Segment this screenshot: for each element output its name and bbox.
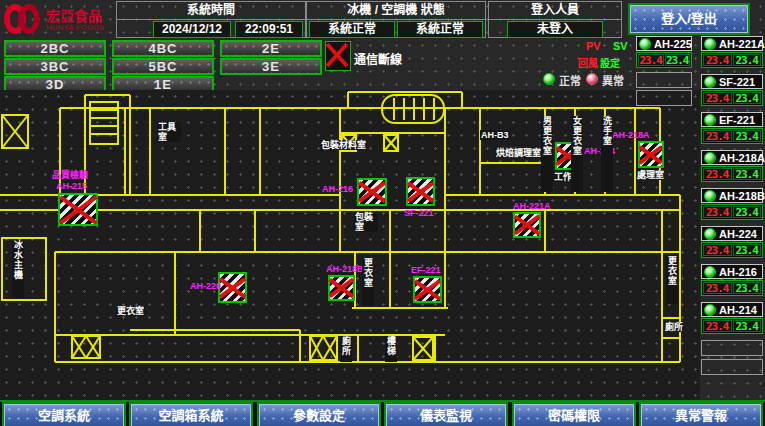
fan-marker-ef221[interactable]: [413, 276, 442, 303]
nav-button-2bc[interactable]: 2BC: [4, 40, 106, 57]
device-card-ah216[interactable]: AH-216: [701, 264, 763, 279]
ahu-marker-215[interactable]: [58, 193, 98, 226]
device-card-ah214[interactable]: AH-214: [701, 302, 763, 317]
device-ah214-lamp-icon: [704, 304, 716, 316]
floor-plan: 品質檢驗 AH-215 AH-216 SF-221 AH-214 AH-218A…: [0, 90, 700, 400]
room-label-v1: 男更衣室: [541, 116, 553, 192]
device-ah225-lamp-icon: [639, 38, 651, 50]
fan-marker-sf221[interactable]: [406, 177, 435, 206]
room-label-v2: 女更衣室: [571, 116, 583, 192]
room-label-toilet: 廁所: [340, 336, 352, 362]
room-label-locker-a: 更衣室: [362, 258, 374, 306]
ahu-marker-218b[interactable]: [328, 275, 355, 301]
device-ah225-pv: 23.4: [638, 54, 664, 66]
device-ah214-name: AH-214: [719, 304, 757, 316]
device-ah218b-values: 23.4 23.4: [701, 204, 763, 220]
login-logout-button[interactable]: 登入/登出: [630, 5, 748, 33]
device-ah214-values: 23.4 23.4: [701, 318, 763, 334]
device-slot-empty-1: [636, 72, 692, 88]
brand-logo: 宏亞食品 HUNYA FOODS: [4, 2, 114, 36]
room-label-pack-material: 包裝材料室: [320, 140, 367, 150]
header-bar: 宏亞食品 HUNYA FOODS 系統時間 2024/12/12 22:09:5…: [0, 0, 765, 38]
device-ef221-name: EF-221: [719, 114, 755, 126]
marker-218b-label: AH-218B: [326, 264, 364, 274]
brand-sub: HUNYA FOODS: [46, 23, 104, 32]
device-ef221-values: 23.4 23.4: [701, 128, 763, 144]
login-status-value: 未登入: [507, 21, 603, 38]
device-ah214-sv: 23.4: [733, 320, 762, 332]
device-ah216-name: AH-216: [719, 266, 757, 278]
device-ah224-pv: 23.4: [703, 244, 732, 256]
footer-bar: 空調系統 空調箱系統 參數設定 儀表監視 密碼權限 異常警報: [0, 400, 765, 426]
footer-button-hvac-system[interactable]: 空調系統: [4, 404, 124, 426]
ahu-marker-218a[interactable]: [638, 141, 664, 168]
marker-221a-label: AH-221A: [513, 201, 551, 211]
footer-button-param-settings[interactable]: 參數設定: [259, 404, 379, 426]
device-ah218a-name: AH-218A: [719, 152, 765, 164]
device-card-ah225[interactable]: AH-225: [636, 36, 692, 51]
device-ef221-pv: 23.4: [703, 130, 732, 142]
device-ah225-sv: 23.4: [665, 54, 691, 66]
device-ah216-pv: 23.4: [703, 282, 732, 294]
device-ah224-values: 23.4 23.4: [701, 242, 763, 258]
nav-button-2e[interactable]: 2E: [220, 40, 322, 57]
legend-normal-lamp-icon: [543, 73, 555, 85]
ahu-marker-221a[interactable]: [513, 212, 541, 238]
room-label-v3: 洗手室: [601, 116, 613, 192]
room-label-locker-c: 更衣室: [666, 256, 678, 304]
ahu-marker-216[interactable]: [357, 178, 387, 206]
machine-status-label: 冰機 / 空調機 狀態: [307, 2, 485, 20]
device-sf221-sv: 23.4: [733, 92, 762, 104]
device-ah218b-name: AH-218B: [719, 190, 765, 202]
device-sf221-name: SF-221: [719, 76, 755, 88]
device-ah216-sv: 23.4: [733, 282, 762, 294]
device-ah221a-values: 23.4 23.4: [701, 52, 763, 68]
room-label-chiller: 冰水主機: [12, 240, 24, 298]
marker-sf221-label: SF-221: [404, 208, 434, 218]
room-label-locker-b: 更衣室: [116, 306, 145, 316]
legend-abnormal-lamp-icon: [586, 73, 598, 85]
login-label: 登入人員: [489, 2, 621, 20]
device-ah221a-sv: 23.4: [733, 54, 762, 66]
footer-button-alarm[interactable]: 異常警報: [641, 404, 761, 426]
footer-button-meter-monitor[interactable]: 儀表監視: [386, 404, 506, 426]
chiller-status-value: 系統正常: [309, 21, 395, 38]
marker-ef221-label: EF-221: [411, 265, 441, 275]
device-ef221-sv: 23.4: [733, 130, 762, 142]
device-card-ef221[interactable]: EF-221: [701, 112, 763, 127]
pv-label: PV: [586, 40, 601, 52]
legend-abnormal-label: 異常: [602, 72, 624, 88]
nav-button-4bc[interactable]: 4BC: [112, 40, 214, 57]
footer-button-password-rights[interactable]: 密碼權限: [514, 404, 634, 426]
marker-215-room-label: 品質檢驗: [52, 170, 88, 180]
device-card-ah224[interactable]: AH-224: [701, 226, 763, 241]
device-ah224-lamp-icon: [704, 228, 716, 240]
device-ef221-lamp-icon: [704, 114, 716, 126]
device-slot-empty-3: [701, 340, 763, 356]
ahu-marker-220[interactable]: [218, 272, 247, 303]
device-card-ah218a[interactable]: AH-218A: [701, 150, 763, 165]
device-ah218a-lamp-icon: [704, 152, 716, 164]
device-card-ah218b[interactable]: AH-218B: [701, 188, 763, 203]
device-ah216-lamp-icon: [704, 266, 716, 278]
nav-button-3e[interactable]: 3E: [220, 58, 322, 75]
marker-218a-label: AH-218A: [612, 130, 650, 140]
device-card-sf221[interactable]: SF-221: [701, 74, 763, 89]
nav-button-3bc[interactable]: 3BC: [4, 58, 106, 75]
device-card-ah221a[interactable]: AH-221A: [701, 36, 763, 51]
room-label-tool: 工具室: [157, 122, 181, 142]
device-ah218b-pv: 23.4: [703, 206, 732, 218]
device-ah224-sv: 23.4: [733, 244, 762, 256]
pv-desc-label: 回風: [578, 55, 598, 70]
system-date-value: 2024/12/12: [153, 21, 231, 38]
footer-button-ahu-system[interactable]: 空調箱系統: [131, 404, 251, 426]
comm-fail-label: 通信斷線: [354, 50, 402, 67]
marker-215-label: AH-215: [56, 181, 87, 191]
device-slot-empty-2: [636, 90, 692, 106]
device-ah221a-lamp-icon: [704, 38, 716, 50]
room-label-pack: 包裝室: [354, 212, 378, 232]
sv-desc-label: 設定: [600, 55, 620, 70]
ahu-status-value: 系統正常: [397, 21, 483, 38]
device-slot-empty-4: [701, 359, 763, 375]
nav-button-5bc[interactable]: 5BC: [112, 58, 214, 75]
